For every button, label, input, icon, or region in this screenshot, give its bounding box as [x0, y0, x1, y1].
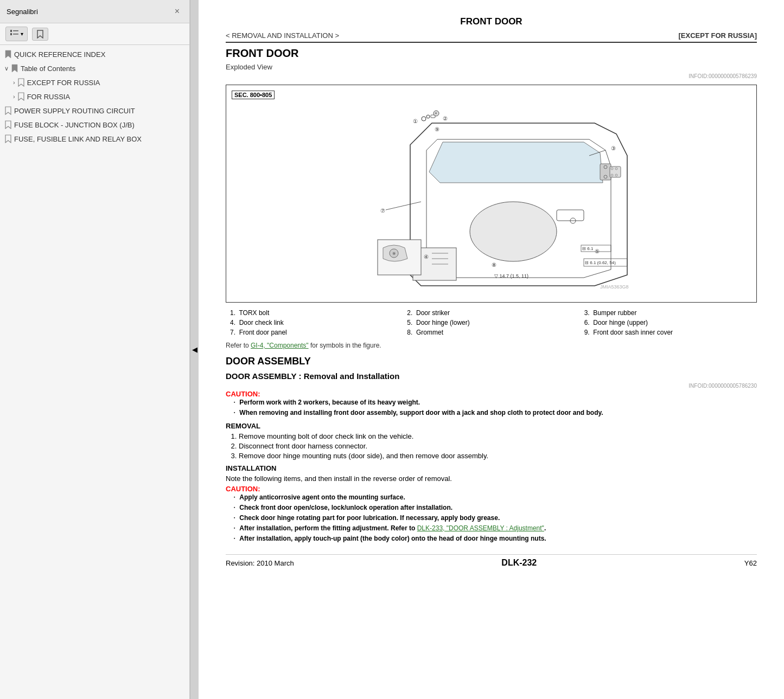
except-russia-arrow: ›	[13, 79, 15, 86]
footer-left: Revision: 2010 March	[226, 559, 294, 567]
removal-step-2: Disconnect front door harness connector.	[239, 442, 757, 450]
svg-rect-2	[10, 33, 12, 35]
doc-subtitle-bar: < REMOVAL AND INSTALLATION > [EXCEPT FOR…	[226, 31, 757, 43]
parts-row-3: 7. Front door panel 8. Grommet 9. Front …	[226, 328, 757, 337]
parts-row-1: 1. TORX bolt 2. Door striker 3. Bumper r…	[226, 308, 757, 318]
footer-center: DLK-232	[501, 558, 537, 568]
section2-heading: DOOR ASSEMBLY	[226, 356, 757, 367]
section1-subheading: Exploded View	[226, 63, 757, 71]
collapse-icon: ◀	[192, 345, 197, 354]
removal-step-3: Remove door hinge mounting nuts (door si…	[239, 452, 757, 460]
bookmark-icon-qr	[4, 50, 12, 59]
svg-point-6	[470, 202, 557, 261]
part-8-num: 8. Grommet	[403, 328, 579, 337]
diagram-sec-label: SEC. 800•805	[232, 91, 275, 99]
removal-heading: REMOVAL	[226, 422, 757, 430]
sidebar-item-quick-ref[interactable]: QUICK REFERENCE INDEX	[0, 47, 189, 61]
gi4-components-link[interactable]: GI-4, "Components"	[251, 342, 309, 349]
installation-note: Note the following items, and then insta…	[226, 474, 757, 483]
infoid1: INFOID:0000000005786239	[226, 73, 757, 79]
bookmark-icon-ff	[4, 134, 12, 143]
part-7-num: 7. Front door panel	[226, 328, 403, 337]
sidebar-item-toc[interactable]: ∨ Table of Contents	[0, 61, 189, 75]
bookmark-icon	[36, 30, 44, 39]
quick-ref-label: QUICK REFERENCE INDEX	[14, 50, 184, 59]
svg-rect-32	[600, 164, 611, 180]
part-9-num: 9. Front door sash inner cover	[580, 328, 757, 337]
infoid2: INFOID:0000000005786230	[226, 383, 757, 389]
svg-rect-1	[13, 30, 18, 31]
sidebar-title-group: Segnalibri	[7, 8, 38, 16]
part-6-num: 6. Door hinge (upper)	[580, 318, 757, 328]
section2-sub: DOOR ASSEMBLY : Removal and Installation	[226, 371, 757, 381]
bookmark-button[interactable]	[32, 28, 48, 41]
caution-item-2: ・ When removing and installing front doo…	[231, 408, 757, 418]
sidebar-item-power-supply[interactable]: POWER SUPPLY ROUTING CIRCUIT	[0, 104, 189, 118]
sidebar-item-for-russia[interactable]: › FOR RUSSIA	[0, 89, 189, 104]
install-caution-1: ・ Apply anticorrosive agent onto the mou…	[231, 493, 757, 502]
bookmark-icon-fb	[4, 120, 12, 129]
fuse-block-label: FUSE BLOCK - JUNCTION BOX (J/B)	[14, 121, 184, 129]
doc-footer: Revision: 2010 March DLK-232 Y62	[226, 554, 757, 568]
list-view-button[interactable]: ▾	[5, 27, 28, 41]
part-3-num: 3. Bumper rubber	[580, 308, 757, 318]
svg-rect-0	[10, 30, 12, 32]
part-5-num: 5. Door hinge (lower)	[403, 318, 579, 328]
ref-note: Refer to GI-4, "Components" for symbols …	[226, 342, 757, 349]
toc-arrow: ∨	[4, 65, 9, 72]
sidebar-item-except-russia[interactable]: › EXCEPT FOR RUSSIA	[0, 75, 189, 89]
install-caution-3: ・ Check door hinge rotating part for poo…	[231, 514, 757, 523]
svg-text:✕: ✕	[435, 112, 437, 115]
main-content: FRONT DOOR < REMOVAL AND INSTALLATION > …	[199, 0, 784, 699]
removal-steps: Remove mounting bolt of door check link …	[239, 432, 757, 460]
sidebar-header: Segnalibri ×	[0, 0, 189, 23]
sidebar-item-fuse-block[interactable]: FUSE BLOCK - JUNCTION BOX (J/B)	[0, 118, 189, 132]
footer-right: Y62	[744, 559, 757, 567]
dropdown-arrow: ▾	[21, 31, 23, 37]
collapse-handle[interactable]: ◀	[190, 0, 199, 699]
installation-heading: INSTALLATION	[226, 464, 757, 472]
svg-text:⑨: ⑨	[435, 126, 439, 132]
svg-rect-3	[13, 34, 18, 35]
sidebar-nav: QUICK REFERENCE INDEX ∨ Table of Content…	[0, 45, 189, 699]
svg-text:⑨: ⑨	[392, 252, 396, 255]
svg-line-19	[386, 202, 421, 210]
svg-text:⊟ 6.1 (0.62, 54): ⊟ 6.1 (0.62, 54)	[585, 260, 616, 265]
for-russia-label: FOR RUSSIA	[27, 93, 184, 101]
except-russia-label: EXCEPT FOR RUSSIA	[27, 79, 184, 87]
removal-step-1: Remove mounting bolt of door check link …	[239, 432, 757, 440]
doc-title: FRONT DOOR	[226, 16, 757, 27]
caution-item-1: ・ Perform work with 2 workers, because o…	[231, 398, 757, 407]
svg-text:⑤: ⑤	[595, 248, 600, 254]
sidebar-toolbar: ▾	[0, 23, 189, 45]
doc-subtitle-left: < REMOVAL AND INSTALLATION >	[226, 31, 339, 40]
for-russia-arrow: ›	[13, 93, 15, 100]
part-4-num: 4. Door check link	[226, 318, 403, 328]
svg-text:②: ②	[443, 116, 448, 121]
sidebar-item-fuse-fusible[interactable]: FUSE, FUSIBLE LINK AND RELAY BOX	[0, 132, 189, 146]
close-button[interactable]: ×	[171, 5, 183, 17]
list-icon	[10, 29, 20, 39]
svg-text:⊟ 6.1: ⊟ 6.1	[582, 246, 594, 251]
svg-text:▽ 14.7 (1.5, 11): ▽ 14.7 (1.5, 11)	[494, 273, 528, 279]
svg-text:④: ④	[424, 254, 429, 260]
install-caution-5: ・ After installation, apply touch-up pai…	[231, 534, 757, 543]
bookmark-icon-fr	[17, 92, 25, 101]
svg-point-27	[422, 117, 426, 121]
bookmark-icon-er	[17, 78, 25, 87]
toc-label: Table of Contents	[21, 65, 184, 73]
dlk233-link[interactable]: DLK-233, "DOOR ASSEMBLY : Adjustment"	[417, 524, 544, 532]
svg-text:①: ①	[413, 118, 418, 124]
diagram-box: SEC. 800•805	[226, 85, 757, 303]
fuse-fusible-label: FUSE, FUSIBLE LINK AND RELAY BOX	[14, 135, 184, 143]
svg-text:③: ③	[611, 145, 616, 151]
parts-row-2: 4. Door check link 5. Door hinge (lower)…	[226, 318, 757, 328]
door-exploded-svg: ① ② ③ ④ ⑤ ⑥ ⑦ ⑧ ⑨ ▽ 14.7 (1.	[334, 107, 649, 291]
bookmark-icon-ps	[4, 106, 12, 115]
svg-text:⑧: ⑧	[492, 262, 496, 268]
part-2-num: 2. Door striker	[403, 308, 579, 318]
installation-caution-label: CAUTION:	[226, 485, 757, 493]
svg-text:⑦: ⑦	[380, 208, 385, 214]
svg-rect-4	[557, 210, 584, 221]
install-caution-2: ・ Check front door open/close, lock/unlo…	[231, 503, 757, 512]
